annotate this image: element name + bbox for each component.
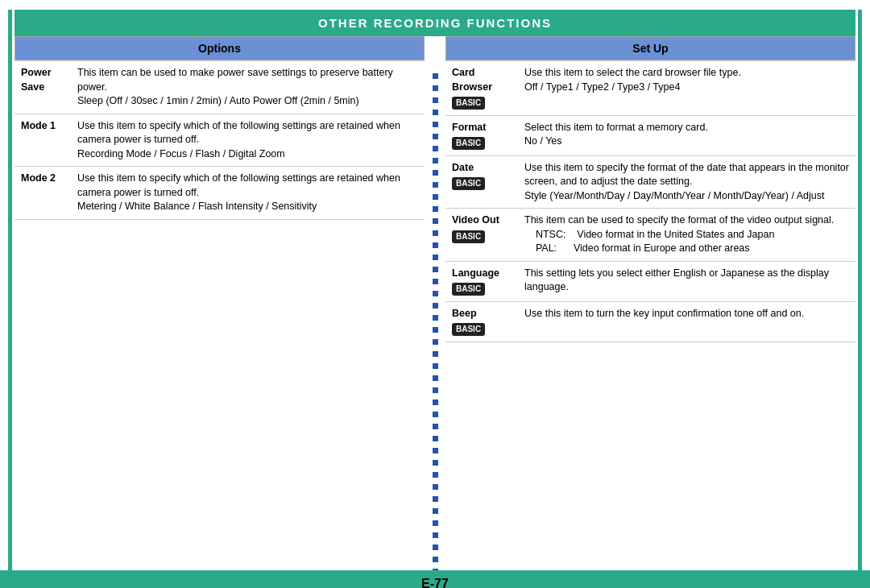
beep-badge: BASIC	[452, 323, 485, 336]
mode2-description: Use this item to specify which of the fo…	[71, 167, 425, 220]
date-badge: BASIC	[452, 177, 485, 190]
video-out-label: Video Out	[452, 214, 499, 226]
table-row: Format BASIC Select this item to format …	[445, 115, 856, 155]
language-description: This setting lets you select either Engl…	[518, 261, 856, 301]
power-save-description: This item can be used to make power save…	[71, 61, 425, 114]
left-column-header: Options	[14, 36, 425, 60]
page-number: E-77	[421, 577, 449, 588]
date-description: Use this item to specify the format of t…	[518, 155, 856, 209]
right-panel: Set Up CardBrowser BASIC Use this item t…	[442, 36, 856, 588]
left-border	[8, 10, 12, 588]
beep-description: Use this item to turn the key input conf…	[518, 301, 856, 342]
page-footer: E-77	[0, 570, 870, 588]
table-row: Mode 1 Use this item to specify which of…	[14, 114, 425, 167]
power-save-label: PowerSave	[14, 61, 71, 114]
date-label-cell: Date BASIC	[445, 155, 518, 209]
table-row: CardBrowser BASIC Use this item to selec…	[445, 61, 856, 116]
mode1-label: Mode 1	[14, 114, 71, 167]
setup-table: CardBrowser BASIC Use this item to selec…	[445, 60, 856, 342]
card-browser-label-cell: CardBrowser BASIC	[445, 61, 518, 116]
right-border	[858, 10, 862, 588]
table-row: PowerSave This item can be used to make …	[14, 61, 425, 114]
format-label-cell: Format BASIC	[445, 115, 518, 155]
language-badge: BASIC	[452, 283, 485, 296]
card-browser-label: CardBrowser	[452, 67, 492, 93]
table-row: Beep BASIC Use this item to turn the key…	[445, 301, 856, 342]
date-label: Date	[452, 162, 474, 173]
beep-label-cell: Beep BASIC	[445, 301, 518, 342]
mode1-description: Use this item to specify which of the fo…	[71, 114, 425, 167]
page: OTHER RECORDING FUNCTIONS Options PowerS…	[0, 10, 870, 588]
right-column-header: Set Up	[445, 36, 856, 60]
card-browser-description: Use this item to select the card browser…	[518, 61, 856, 116]
table-row: Mode 2 Use this item to specify which of…	[14, 167, 425, 220]
language-label-cell: Language BASIC	[445, 261, 518, 301]
format-badge: BASIC	[452, 137, 485, 150]
language-label: Language	[452, 267, 499, 279]
options-table: PowerSave This item can be used to make …	[14, 60, 425, 220]
left-panel: Options PowerSave This item can be used …	[14, 36, 428, 588]
header-title: OTHER RECORDING FUNCTIONS	[318, 16, 552, 30]
table-row: Date BASIC Use this item to specify the …	[445, 155, 856, 209]
column-divider	[428, 36, 442, 588]
video-out-badge: BASIC	[452, 230, 485, 243]
panels-container: Options PowerSave This item can be used …	[14, 36, 856, 588]
table-row: Language BASIC This setting lets you sel…	[445, 261, 856, 301]
page-header: OTHER RECORDING FUNCTIONS	[14, 10, 856, 36]
format-description: Select this item to format a memory card…	[518, 115, 856, 155]
mode2-label: Mode 2	[14, 167, 71, 220]
video-out-label-cell: Video Out BASIC	[445, 209, 518, 262]
table-row: Video Out BASIC This item can be used to…	[445, 209, 856, 262]
card-browser-badge: BASIC	[452, 97, 485, 110]
video-out-description: This item can be used to specify the for…	[518, 209, 856, 262]
format-label: Format	[452, 122, 486, 133]
beep-label: Beep	[452, 308, 477, 319]
